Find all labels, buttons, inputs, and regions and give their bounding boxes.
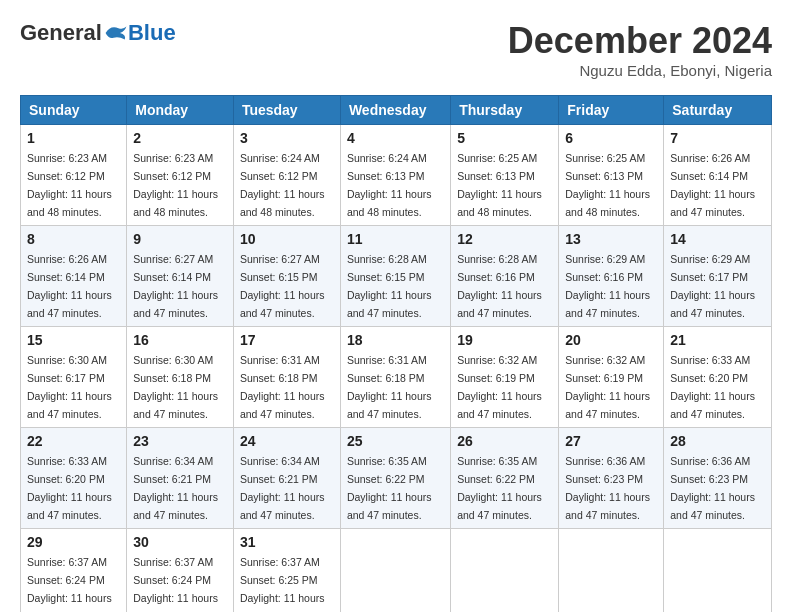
day-number: 19 xyxy=(457,332,552,348)
day-info: Sunrise: 6:36 AM Sunset: 6:23 PM Dayligh… xyxy=(565,455,650,521)
logo-general: General xyxy=(20,20,102,46)
week-row-2: 8 Sunrise: 6:26 AM Sunset: 6:14 PM Dayli… xyxy=(21,226,772,327)
weekday-header-sunday: Sunday xyxy=(21,96,127,125)
calendar-cell: 16 Sunrise: 6:30 AM Sunset: 6:18 PM Dayl… xyxy=(127,327,234,428)
calendar-cell: 28 Sunrise: 6:36 AM Sunset: 6:23 PM Dayl… xyxy=(664,428,772,529)
day-number: 21 xyxy=(670,332,765,348)
day-info: Sunrise: 6:34 AM Sunset: 6:21 PM Dayligh… xyxy=(240,455,325,521)
calendar-cell: 14 Sunrise: 6:29 AM Sunset: 6:17 PM Dayl… xyxy=(664,226,772,327)
day-info: Sunrise: 6:35 AM Sunset: 6:22 PM Dayligh… xyxy=(347,455,432,521)
calendar-cell: 9 Sunrise: 6:27 AM Sunset: 6:14 PM Dayli… xyxy=(127,226,234,327)
day-info: Sunrise: 6:37 AM Sunset: 6:24 PM Dayligh… xyxy=(133,556,218,612)
day-number: 27 xyxy=(565,433,657,449)
day-number: 6 xyxy=(565,130,657,146)
calendar-cell: 19 Sunrise: 6:32 AM Sunset: 6:19 PM Dayl… xyxy=(451,327,559,428)
day-number: 29 xyxy=(27,534,120,550)
day-info: Sunrise: 6:29 AM Sunset: 6:16 PM Dayligh… xyxy=(565,253,650,319)
week-row-1: 1 Sunrise: 6:23 AM Sunset: 6:12 PM Dayli… xyxy=(21,125,772,226)
day-number: 3 xyxy=(240,130,334,146)
day-number: 9 xyxy=(133,231,227,247)
calendar-cell xyxy=(451,529,559,613)
calendar-cell: 1 Sunrise: 6:23 AM Sunset: 6:12 PM Dayli… xyxy=(21,125,127,226)
day-number: 26 xyxy=(457,433,552,449)
day-info: Sunrise: 6:23 AM Sunset: 6:12 PM Dayligh… xyxy=(27,152,112,218)
day-number: 11 xyxy=(347,231,444,247)
day-info: Sunrise: 6:23 AM Sunset: 6:12 PM Dayligh… xyxy=(133,152,218,218)
day-number: 31 xyxy=(240,534,334,550)
calendar-cell: 3 Sunrise: 6:24 AM Sunset: 6:12 PM Dayli… xyxy=(233,125,340,226)
logo-blue: Blue xyxy=(128,20,176,46)
day-number: 7 xyxy=(670,130,765,146)
logo-bird-icon xyxy=(104,23,128,43)
day-info: Sunrise: 6:36 AM Sunset: 6:23 PM Dayligh… xyxy=(670,455,755,521)
calendar-cell: 31 Sunrise: 6:37 AM Sunset: 6:25 PM Dayl… xyxy=(233,529,340,613)
day-info: Sunrise: 6:32 AM Sunset: 6:19 PM Dayligh… xyxy=(457,354,542,420)
day-info: Sunrise: 6:37 AM Sunset: 6:25 PM Dayligh… xyxy=(240,556,325,612)
day-number: 1 xyxy=(27,130,120,146)
calendar-cell: 25 Sunrise: 6:35 AM Sunset: 6:22 PM Dayl… xyxy=(340,428,450,529)
calendar-cell: 21 Sunrise: 6:33 AM Sunset: 6:20 PM Dayl… xyxy=(664,327,772,428)
calendar-cell: 29 Sunrise: 6:37 AM Sunset: 6:24 PM Dayl… xyxy=(21,529,127,613)
day-info: Sunrise: 6:37 AM Sunset: 6:24 PM Dayligh… xyxy=(27,556,112,612)
calendar-cell: 7 Sunrise: 6:26 AM Sunset: 6:14 PM Dayli… xyxy=(664,125,772,226)
calendar-cell: 5 Sunrise: 6:25 AM Sunset: 6:13 PM Dayli… xyxy=(451,125,559,226)
calendar-cell: 4 Sunrise: 6:24 AM Sunset: 6:13 PM Dayli… xyxy=(340,125,450,226)
day-info: Sunrise: 6:24 AM Sunset: 6:13 PM Dayligh… xyxy=(347,152,432,218)
location: Nguzu Edda, Ebonyi, Nigeria xyxy=(508,62,772,79)
calendar-cell: 11 Sunrise: 6:28 AM Sunset: 6:15 PM Dayl… xyxy=(340,226,450,327)
weekday-header-tuesday: Tuesday xyxy=(233,96,340,125)
day-info: Sunrise: 6:27 AM Sunset: 6:15 PM Dayligh… xyxy=(240,253,325,319)
calendar-cell: 12 Sunrise: 6:28 AM Sunset: 6:16 PM Dayl… xyxy=(451,226,559,327)
day-number: 23 xyxy=(133,433,227,449)
calendar-cell xyxy=(664,529,772,613)
calendar-cell: 27 Sunrise: 6:36 AM Sunset: 6:23 PM Dayl… xyxy=(559,428,664,529)
day-number: 13 xyxy=(565,231,657,247)
day-info: Sunrise: 6:24 AM Sunset: 6:12 PM Dayligh… xyxy=(240,152,325,218)
day-info: Sunrise: 6:26 AM Sunset: 6:14 PM Dayligh… xyxy=(27,253,112,319)
logo: General Blue xyxy=(20,20,176,46)
week-row-4: 22 Sunrise: 6:33 AM Sunset: 6:20 PM Dayl… xyxy=(21,428,772,529)
month-title: December 2024 xyxy=(508,20,772,62)
calendar-cell: 22 Sunrise: 6:33 AM Sunset: 6:20 PM Dayl… xyxy=(21,428,127,529)
day-number: 4 xyxy=(347,130,444,146)
day-info: Sunrise: 6:32 AM Sunset: 6:19 PM Dayligh… xyxy=(565,354,650,420)
day-info: Sunrise: 6:30 AM Sunset: 6:17 PM Dayligh… xyxy=(27,354,112,420)
day-info: Sunrise: 6:35 AM Sunset: 6:22 PM Dayligh… xyxy=(457,455,542,521)
week-row-3: 15 Sunrise: 6:30 AM Sunset: 6:17 PM Dayl… xyxy=(21,327,772,428)
day-number: 17 xyxy=(240,332,334,348)
weekday-header-friday: Friday xyxy=(559,96,664,125)
calendar-cell: 10 Sunrise: 6:27 AM Sunset: 6:15 PM Dayl… xyxy=(233,226,340,327)
calendar-cell: 23 Sunrise: 6:34 AM Sunset: 6:21 PM Dayl… xyxy=(127,428,234,529)
day-number: 15 xyxy=(27,332,120,348)
day-number: 18 xyxy=(347,332,444,348)
calendar-table: SundayMondayTuesdayWednesdayThursdayFrid… xyxy=(20,95,772,612)
day-info: Sunrise: 6:25 AM Sunset: 6:13 PM Dayligh… xyxy=(565,152,650,218)
day-info: Sunrise: 6:25 AM Sunset: 6:13 PM Dayligh… xyxy=(457,152,542,218)
day-info: Sunrise: 6:33 AM Sunset: 6:20 PM Dayligh… xyxy=(670,354,755,420)
day-number: 20 xyxy=(565,332,657,348)
calendar-cell: 30 Sunrise: 6:37 AM Sunset: 6:24 PM Dayl… xyxy=(127,529,234,613)
day-info: Sunrise: 6:31 AM Sunset: 6:18 PM Dayligh… xyxy=(240,354,325,420)
calendar-cell: 2 Sunrise: 6:23 AM Sunset: 6:12 PM Dayli… xyxy=(127,125,234,226)
calendar-cell: 20 Sunrise: 6:32 AM Sunset: 6:19 PM Dayl… xyxy=(559,327,664,428)
calendar-cell: 13 Sunrise: 6:29 AM Sunset: 6:16 PM Dayl… xyxy=(559,226,664,327)
day-number: 14 xyxy=(670,231,765,247)
day-number: 2 xyxy=(133,130,227,146)
calendar-cell: 17 Sunrise: 6:31 AM Sunset: 6:18 PM Dayl… xyxy=(233,327,340,428)
calendar-cell xyxy=(559,529,664,613)
day-number: 5 xyxy=(457,130,552,146)
day-number: 8 xyxy=(27,231,120,247)
day-number: 16 xyxy=(133,332,227,348)
page-header: General Blue December 2024 Nguzu Edda, E… xyxy=(20,20,772,79)
title-section: December 2024 Nguzu Edda, Ebonyi, Nigeri… xyxy=(508,20,772,79)
day-number: 10 xyxy=(240,231,334,247)
day-info: Sunrise: 6:31 AM Sunset: 6:18 PM Dayligh… xyxy=(347,354,432,420)
day-number: 30 xyxy=(133,534,227,550)
calendar-cell: 6 Sunrise: 6:25 AM Sunset: 6:13 PM Dayli… xyxy=(559,125,664,226)
day-info: Sunrise: 6:27 AM Sunset: 6:14 PM Dayligh… xyxy=(133,253,218,319)
day-number: 24 xyxy=(240,433,334,449)
day-info: Sunrise: 6:26 AM Sunset: 6:14 PM Dayligh… xyxy=(670,152,755,218)
calendar-cell: 8 Sunrise: 6:26 AM Sunset: 6:14 PM Dayli… xyxy=(21,226,127,327)
calendar-cell: 18 Sunrise: 6:31 AM Sunset: 6:18 PM Dayl… xyxy=(340,327,450,428)
weekday-header-thursday: Thursday xyxy=(451,96,559,125)
